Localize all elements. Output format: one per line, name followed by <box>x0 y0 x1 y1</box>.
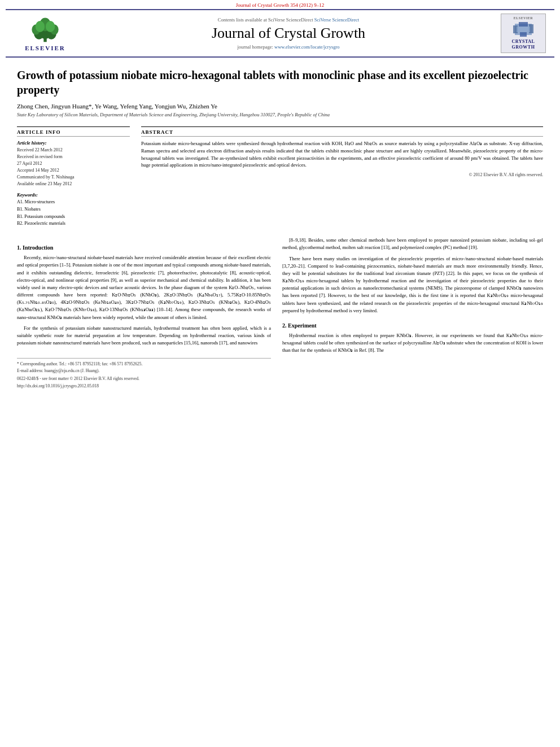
crystal-growth-logo: ELSEVIER CRYSTALGROWTH <box>501 14 546 53</box>
experiment-body: Hydrothermal reaction is often employed … <box>282 332 543 355</box>
left-column: 1. Introduction Recently, micro-/nano-st… <box>17 237 271 388</box>
svg-rect-13 <box>520 32 527 37</box>
revised-date: 27 April 2012 <box>17 160 130 167</box>
crystal-growth-icon <box>512 21 535 38</box>
article-info-title: ARTICLE INFO <box>17 129 130 137</box>
intro-para2: For the synthesis of potassium niobate n… <box>17 325 271 347</box>
main-body: 1. Introduction Recently, micro-/nano-st… <box>0 237 560 388</box>
doi-line: http://dx.doi.org/10.1016/j.jcrysgro.201… <box>17 383 271 388</box>
keyword-2: B1. Niobates <box>17 206 130 213</box>
keyword-3: B1. Potassium compounds <box>17 213 130 221</box>
journal-title: Journal of Crystal Growth <box>79 25 498 42</box>
right-para1: [8–9,18]. Besides, some other chemical m… <box>282 237 543 314</box>
keyword-4: B2. Piezoelectric materials <box>17 220 130 228</box>
footnote-email: E-mail address: huangjy@zju.edu.cn (J. H… <box>17 368 271 374</box>
elsevier-logo: ELSEVIER <box>11 15 79 51</box>
elsevier-tree-icon <box>28 15 62 43</box>
crystal-growth-bottom-text: CRYSTALGROWTH <box>512 39 535 50</box>
article-history-title: Article history: <box>17 140 130 146</box>
svg-rect-12 <box>519 22 528 27</box>
journal-reference: Journal of Crystal Growth 354 (2012) 9–1… <box>0 0 560 9</box>
right-para1-text: [8–9,18]. Besides, some other chemical m… <box>282 237 543 251</box>
right-column: [8–9,18]. Besides, some other chemical m… <box>282 237 543 388</box>
crystal-growth-logo-section: ELSEVIER CRYSTALGROWTH <box>498 14 549 53</box>
sciverse-line: Contents lists available at SciVerse Sci… <box>79 17 498 23</box>
intro-body: Recently, micro-/nano-structural niobate… <box>17 254 271 347</box>
svg-rect-14 <box>517 27 530 32</box>
received-date: Received 22 March 2012 <box>17 147 130 154</box>
communicated: Communicated by T. Nishinaga <box>17 174 130 181</box>
copyright-line: © 2012 Elsevier B.V. All rights reserved… <box>141 172 543 177</box>
received-revised-label: Received in revised form <box>17 154 130 160</box>
intro-heading: 1. Introduction <box>17 244 271 251</box>
abstract-text: Potassium niobate micro-hexagonal tablet… <box>141 140 543 169</box>
intro-para1: Recently, micro-/nano-structural niobate… <box>17 254 271 321</box>
footnote-area: * Corresponding author. Tel.: +86 571 87… <box>17 358 271 388</box>
article-info-panel: ARTICLE INFO Article history: Received 2… <box>17 126 130 228</box>
issn-line: 0022-0248/$ - see front matter © 2012 El… <box>17 376 271 381</box>
affiliation: State Key Laboratory of Silicon Material… <box>17 112 543 117</box>
journal-title-section: Contents lists available at SciVerse Sci… <box>79 17 498 50</box>
experiment-para1: Hydrothermal reaction is often employed … <box>282 332 543 355</box>
journal-homepage: journal homepage: www.elsevier.com/locat… <box>79 44 498 50</box>
homepage-link[interactable]: www.elsevier.com/locate/jcrysgro <box>274 44 340 50</box>
abstract-title: ABSTRACT <box>141 129 543 137</box>
authors: Zhong Chen, Jingyun Huang*, Ye Wang, Yef… <box>17 103 543 110</box>
available-online: Available online 23 May 2012 <box>17 181 130 187</box>
article-info-abstract: ARTICLE INFO Article history: Received 2… <box>17 126 543 228</box>
journal-header: ELSEVIER Contents lists available at Sci… <box>6 9 554 58</box>
paper-header: Growth of potassium niobate micro-hexago… <box>0 68 560 228</box>
abstract-panel: ABSTRACT Potassium niobate micro-hexagon… <box>141 126 543 228</box>
right-para2-text: There have been many studies on investig… <box>282 255 543 314</box>
elsevier-logo-section: ELSEVIER <box>11 15 79 51</box>
crystal-growth-top-text: ELSEVIER <box>514 16 533 20</box>
keywords-title: Keywords: <box>17 192 130 198</box>
accepted-date: Accepted 14 May 2012 <box>17 167 130 174</box>
svg-point-7 <box>36 21 45 32</box>
svg-point-8 <box>46 21 55 32</box>
paper-title: Growth of potassium niobate micro-hexago… <box>17 68 543 97</box>
elsevier-text: ELSEVIER <box>25 45 65 51</box>
keyword-1: A1. Micro-structures <box>17 199 130 206</box>
footnote-corresponding: * Corresponding author. Tel.: +86 571 87… <box>17 361 271 367</box>
sciverse-link[interactable]: SciVerse ScienceDirect <box>314 17 360 23</box>
experiment-heading: 2. Experiment <box>282 322 543 329</box>
